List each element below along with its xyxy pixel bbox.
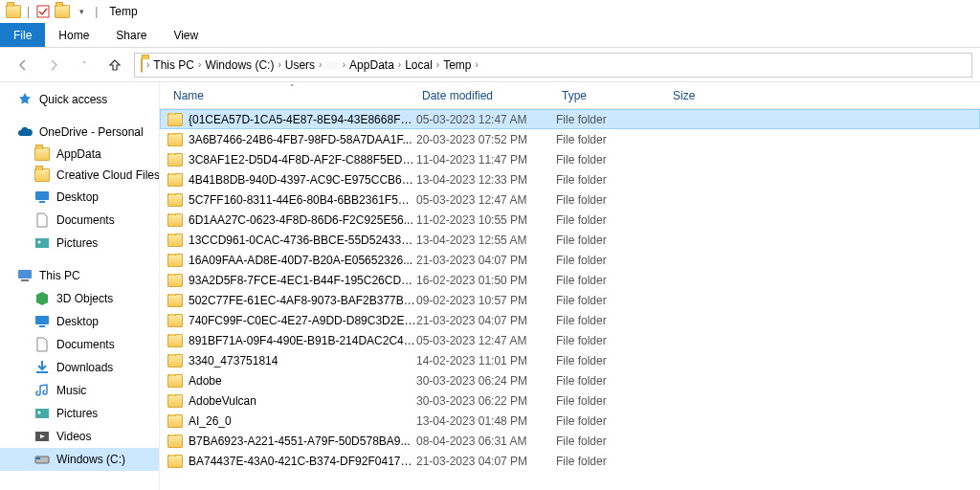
file-name: 502C77FE-61EC-4AF8-9073-BAF2B377B4... <box>189 294 416 307</box>
crumb-users[interactable]: Users› <box>285 58 323 72</box>
file-date: 14-02-2023 11:01 PM <box>416 354 556 368</box>
crumb-drive[interactable]: Windows (C:)› <box>205 58 280 72</box>
chevron-right-icon[interactable]: › <box>319 59 322 70</box>
file-date: 16-02-2023 01:50 PM <box>416 274 556 287</box>
crumb-local[interactable]: Local› <box>405 58 439 72</box>
nav-onedrive-documents[interactable]: Documents <box>0 209 159 232</box>
nav-onedrive-pictures[interactable]: Pictures <box>0 232 159 255</box>
table-row[interactable]: 16A09FAA-AD8E-40D7-B20A-E05652326...21-0… <box>160 250 980 270</box>
nav-this-pc[interactable]: This PC <box>0 264 159 287</box>
svg-rect-1 <box>35 191 49 200</box>
table-row[interactable]: 3A6B7466-24B6-4FB7-98FD-58A7DAA1F...20-0… <box>160 129 980 149</box>
nav-onedrive-desktop[interactable]: Desktop <box>0 186 159 209</box>
file-date: 20-03-2023 07:52 PM <box>416 133 556 146</box>
file-date: 11-04-2023 11:47 PM <box>416 153 556 167</box>
table-row[interactable]: 93A2D5F8-7FCE-4EC1-B44F-195C26CDD...16-0… <box>160 270 980 290</box>
folder-icon <box>167 234 183 247</box>
folder-icon <box>167 153 183 167</box>
table-row[interactable]: BA74437E-43A0-421C-B374-DF92F04172...21-… <box>160 451 980 471</box>
nav-windows-drive[interactable]: Windows (C:) <box>0 448 159 471</box>
file-date: 05-03-2023 12:47 AM <box>416 334 556 347</box>
desktop-icon <box>34 314 50 329</box>
nav-recent-dropdown[interactable]: ˅ <box>73 54 96 77</box>
qat-folder-icon[interactable] <box>55 4 70 19</box>
file-name: B7BA6923-A221-4551-A79F-50D578BA9... <box>189 434 411 448</box>
nav-onedrive-appdata[interactable]: AppData <box>0 144 159 165</box>
chevron-right-icon[interactable]: › <box>343 59 345 70</box>
table-row[interactable]: AdobeVulcan30-03-2023 06:22 PMFile folde… <box>160 390 980 411</box>
pc-icon <box>17 268 33 283</box>
col-size[interactable]: Size <box>667 89 744 102</box>
table-row[interactable]: 4B41B8DB-940D-4397-AC9C-E975CCB64...13-0… <box>160 169 980 189</box>
nav-3d-objects[interactable]: 3D Objects <box>0 287 159 310</box>
nav-onedrive[interactable]: OneDrive - Personal <box>0 121 159 144</box>
nav-quick-access[interactable]: Quick access <box>0 88 159 111</box>
folder-icon <box>167 254 183 267</box>
svg-point-10 <box>38 412 41 414</box>
folder-icon <box>167 173 183 187</box>
svg-rect-2 <box>39 201 45 203</box>
table-row[interactable]: B7BA6923-A221-4551-A79F-50D578BA9...08-0… <box>160 431 980 451</box>
table-row[interactable]: 740FC99F-C0EC-4E27-A9DD-D89C3D2EE...21-0… <box>160 310 980 330</box>
document-icon <box>34 337 50 352</box>
col-name[interactable]: Name˄ <box>167 89 416 102</box>
chevron-right-icon[interactable]: › <box>278 59 280 70</box>
table-row[interactable]: 3340_47375181414-02-2023 11:01 PMFile fo… <box>160 350 980 370</box>
table-row[interactable]: {01CEA57D-1CA5-4E87-8E94-43E8668F9...05-… <box>160 109 980 129</box>
chevron-right-icon[interactable]: › <box>436 59 439 70</box>
file-type: File folder <box>556 213 667 227</box>
col-type[interactable]: Type <box>556 89 667 102</box>
tab-file[interactable]: File <box>0 23 45 47</box>
folder-icon <box>34 168 50 182</box>
folder-icon <box>167 193 183 207</box>
chevron-right-icon[interactable]: › <box>198 59 201 70</box>
svg-rect-8 <box>39 325 45 327</box>
folder-icon <box>167 414 183 428</box>
crumb-temp[interactable]: Temp› <box>443 58 479 72</box>
nav-pictures[interactable]: Pictures <box>0 402 159 425</box>
file-type: File folder <box>556 455 667 468</box>
tab-view[interactable]: View <box>160 23 212 47</box>
file-type: File folder <box>556 374 667 388</box>
crumb-appdata[interactable]: AppData› <box>349 58 401 72</box>
folder-icon <box>6 4 21 19</box>
table-row[interactable]: AI_26_013-04-2023 01:48 PMFile folder <box>160 411 980 431</box>
nav-videos[interactable]: Videos <box>0 425 159 448</box>
file-name: 3C8AF1E2-D5D4-4F8D-AF2F-C888F5ED9... <box>189 153 416 167</box>
col-date[interactable]: Date modified <box>416 89 556 102</box>
table-row[interactable]: 3C8AF1E2-D5D4-4F8D-AF2F-C888F5ED9...11-0… <box>160 149 980 169</box>
nav-back-button[interactable] <box>11 54 34 77</box>
table-row[interactable]: 5C7FF160-8311-44E6-80B4-6BB2361F5C2705-0… <box>160 189 980 210</box>
table-row[interactable]: 891BF71A-09F4-490E-B91B-214DAC2C4F...05-… <box>160 330 980 350</box>
qat-properties-icon[interactable] <box>35 4 51 19</box>
chevron-right-icon[interactable]: › <box>398 59 401 70</box>
file-date: 13-04-2023 12:33 PM <box>416 173 556 187</box>
separator: | <box>27 5 30 18</box>
crumb-user[interactable]: ····› <box>325 58 345 72</box>
table-row[interactable]: 6D1AA27C-0623-4F8D-86D6-F2C925E56...11-0… <box>160 210 980 230</box>
folder-icon <box>167 294 183 307</box>
nav-forward-button[interactable] <box>42 54 65 77</box>
nav-up-button[interactable] <box>103 54 126 77</box>
tab-share[interactable]: Share <box>102 23 160 47</box>
breadcrumb[interactable]: › This PC› Windows (C:)› Users› ····› Ap… <box>134 53 972 78</box>
desktop-icon <box>34 189 50 205</box>
nav-onedrive-ccf[interactable]: Creative Cloud Files <box>0 165 159 186</box>
qat-dropdown-icon[interactable]: ▾ <box>74 4 89 19</box>
nav-music[interactable]: Music <box>0 379 159 402</box>
nav-documents[interactable]: Documents <box>0 333 159 356</box>
chevron-right-icon[interactable]: › <box>476 59 479 70</box>
table-row[interactable]: 13CCD961-0CAC-4736-BBCE-55D52433C...13-0… <box>160 230 980 250</box>
folder-icon <box>167 374 183 388</box>
file-name: 3A6B7466-24B6-4FB7-98FD-58A7DAA1F... <box>189 133 412 146</box>
file-date: 30-03-2023 06:24 PM <box>416 374 556 388</box>
table-row[interactable]: 502C77FE-61EC-4AF8-9073-BAF2B377B4...09-… <box>160 290 980 310</box>
table-row[interactable]: Adobe30-03-2023 06:24 PMFile folder <box>160 370 980 390</box>
tab-home[interactable]: Home <box>45 23 102 47</box>
file-date: 09-02-2023 10:57 PM <box>416 294 556 307</box>
file-type: File folder <box>556 274 667 287</box>
nav-desktop[interactable]: Desktop <box>0 310 159 333</box>
chevron-right-icon[interactable]: › <box>146 59 149 70</box>
crumb-this-pc[interactable]: This PC› <box>153 58 201 72</box>
nav-downloads[interactable]: Downloads <box>0 356 159 379</box>
